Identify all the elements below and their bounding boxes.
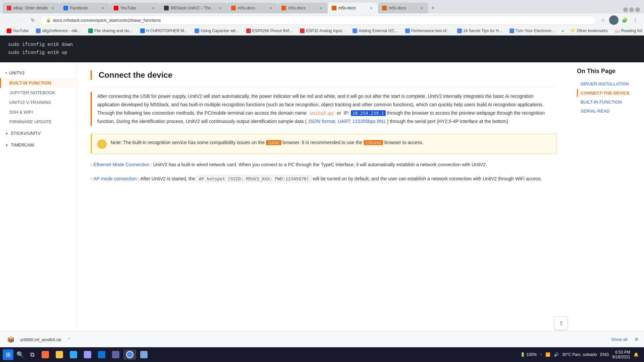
ap-mode-link[interactable]: AP mode connection bbox=[94, 176, 137, 181]
download-file-icon: 📦 bbox=[5, 334, 16, 345]
tab-facebook[interactable]: Facebook ✕ bbox=[59, 3, 110, 13]
right-panel-title: On This Page bbox=[577, 68, 637, 75]
download-close-button[interactable]: ✕ bbox=[634, 336, 639, 343]
bookmark-capacitor[interactable]: Using Capacitor wit... bbox=[192, 28, 241, 34]
note-text: Note: The built-in recognition service h… bbox=[111, 139, 424, 149]
show-all-button[interactable]: Show all bbox=[611, 337, 628, 342]
bookmarks-reading-list[interactable]: 📖 Reading list bbox=[612, 28, 644, 34]
tab-close-ebay[interactable]: ✕ bbox=[50, 5, 55, 11]
tab-m5docs-1[interactable]: m5s-docs ✕ bbox=[227, 3, 277, 13]
tab-close-m5docs3[interactable]: ✕ bbox=[369, 5, 374, 11]
bookmark-label-i2c: Adding External I2C... bbox=[359, 28, 398, 33]
tab-m5docs-4[interactable]: m5s-docs ✕ bbox=[378, 3, 428, 13]
tab-youtube[interactable]: YouTube ✕ bbox=[110, 3, 160, 13]
new-tab-button[interactable]: + bbox=[428, 3, 438, 13]
tab-favicon-ebay bbox=[7, 6, 11, 10]
sidebar-item-built-in-function[interactable]: BUILT-IN FUNCTION bbox=[0, 78, 77, 88]
tab-favicon-m5docs1 bbox=[231, 6, 236, 10]
right-panel-link-serial[interactable]: SERIAL-READ bbox=[577, 107, 637, 115]
menu-button[interactable]: ⋮ bbox=[631, 15, 640, 25]
bookmark-file[interactable]: File sharing and sto... bbox=[86, 28, 136, 34]
ap-connection-item: - AP mode connection : After UnitV2 is s… bbox=[91, 175, 557, 183]
json-format-link[interactable]: JSON format, UART: 115200bps 8N1 bbox=[308, 119, 386, 124]
profile-button[interactable]: 👤 bbox=[609, 15, 619, 25]
tab-close-youtube[interactable]: ✕ bbox=[151, 5, 156, 11]
tab-bar: eBay: Order details ✕ Facebook ✕ YouTube… bbox=[0, 0, 644, 13]
tab-close-facebook[interactable]: ✕ bbox=[100, 5, 106, 11]
download-name-text: sr9900.inf_amd64.rar bbox=[20, 337, 62, 342]
ethernet-mode-link[interactable]: Ethernet Mode Connection bbox=[94, 162, 150, 167]
sidebar-item-firmware[interactable]: FIRMWARE UPDATE bbox=[0, 117, 77, 127]
right-panel: On This Page DRIVER-INSTALLATION CONNECT… bbox=[570, 62, 644, 347]
bookmark-esp32[interactable]: ESP32 Analog Input... bbox=[297, 28, 348, 34]
sidebar-section-header-unitv2[interactable]: ▾ UNITV2 bbox=[0, 68, 77, 78]
right-panel-link-driver[interactable]: DRIVER-INSTALLATION bbox=[577, 80, 637, 88]
right-panel-link-builtin[interactable]: BUILT-IN FUNCTION bbox=[577, 98, 637, 106]
sidebar-item-vtraining[interactable]: UNITV2 V-TRAINING bbox=[0, 98, 77, 107]
code-line-2: sudo ifconfig en10 up bbox=[8, 49, 636, 57]
bookmark-star-button[interactable]: ☆ bbox=[598, 15, 608, 25]
sidebar-item-ssh[interactable]: SSH & WIFI bbox=[0, 107, 77, 117]
sidebar-item-jupyter[interactable]: JUPYTER NOTEBOOK bbox=[0, 88, 77, 98]
bookmark-favicon-file bbox=[88, 28, 93, 33]
bookmarks-other-folder[interactable]: 📁 Other bookmarks bbox=[568, 28, 610, 34]
body-paragraph-1: After connecting the USB for power suppl… bbox=[97, 92, 557, 126]
bookmark-tips[interactable]: 16 Secret Tips for H... bbox=[454, 28, 505, 34]
nav-actions: ☆ 👤 🧩 ⋮ bbox=[598, 15, 640, 25]
bookmark-favicon-tips bbox=[457, 28, 462, 33]
tab-favicon-m5docs3 bbox=[332, 6, 336, 10]
bookmark-i2c[interactable]: Adding External I2C... bbox=[350, 28, 400, 34]
tab-close-m5stack[interactable]: ✕ bbox=[218, 5, 223, 11]
tab-ebay[interactable]: eBay: Order details ✕ bbox=[3, 3, 59, 13]
tab-m5docs-3[interactable]: m5s-docs ✕ bbox=[328, 3, 378, 13]
bookmark-turn[interactable]: Turn Your Electronic... bbox=[507, 28, 558, 34]
bookmark-perf[interactable]: Performance test of... bbox=[402, 28, 452, 34]
tab-favicon-youtube bbox=[114, 6, 118, 10]
title-divider bbox=[91, 86, 557, 87]
section-arrow-stickv: ► bbox=[5, 131, 9, 135]
section-title-container: Connect the device bbox=[91, 70, 557, 80]
download-expand-arrow[interactable]: ⌃ bbox=[67, 337, 70, 342]
tab-close-m5docs4[interactable]: ✕ bbox=[419, 5, 424, 11]
reload-button[interactable]: ↻ bbox=[28, 15, 38, 25]
bookmark-label-file: File sharing and sto... bbox=[94, 28, 133, 33]
extensions-button[interactable]: 🧩 bbox=[620, 15, 629, 25]
content-bordered-block: After connecting the USB for power suppl… bbox=[91, 92, 557, 126]
code-block: sudo ifconfig en10 down sudo ifconfig en… bbox=[0, 36, 644, 62]
tab-title-facebook: Facebook bbox=[70, 6, 98, 10]
bookmark-favicon-youtube bbox=[7, 28, 11, 33]
url-text: docs.m5stack.com/en/quick_start/unitv2/b… bbox=[53, 18, 590, 23]
scroll-top-button[interactable]: ⇧ bbox=[554, 316, 568, 330]
window-maximize[interactable] bbox=[629, 7, 634, 12]
note-icon: ! bbox=[97, 139, 107, 149]
nav-bar: ← → ↻ 🔒 docs.m5stack.com/en/quick_start/… bbox=[0, 13, 644, 27]
back-button[interactable]: ← bbox=[4, 15, 13, 25]
tab-m5docs-2[interactable]: m5s-docs ✕ bbox=[277, 3, 328, 13]
tab-title-m5docs3: m5s-docs bbox=[338, 6, 367, 10]
bookmark-label-tips: 16 Secret Tips for H... bbox=[463, 28, 502, 33]
tab-close-m5docs1[interactable]: ✕ bbox=[268, 5, 273, 11]
right-panel-link-connect[interactable]: CONNECT-THE-DEVICE bbox=[577, 89, 637, 97]
tab-close-m5docs2[interactable]: ✕ bbox=[318, 5, 324, 11]
bookmark-christopher[interactable]: H CHRISTOPHER M... bbox=[138, 28, 190, 34]
bookmark-esp8266[interactable]: ESP8266 Pinout Ref... bbox=[244, 28, 295, 34]
sidebar-section-header-timercam[interactable]: ► TIMERCAM bbox=[0, 140, 77, 150]
tab-m5stack[interactable]: M5Stack UnitV2 – The sta... ✕ bbox=[160, 3, 227, 13]
bookmark-u8g2[interactable]: u8g2reference - olik... bbox=[33, 28, 84, 34]
address-bar[interactable]: 🔒 docs.m5stack.com/en/quick_start/unitv2… bbox=[40, 16, 596, 25]
bookmark-youtube[interactable]: YouTube bbox=[4, 28, 31, 34]
sidebar-section-title-unitv2: UNITV2 bbox=[9, 70, 24, 75]
bookmark-favicon-u8g2 bbox=[36, 28, 41, 33]
bookmark-favicon-i2c bbox=[353, 28, 357, 33]
forward-button[interactable]: → bbox=[16, 15, 25, 25]
bookmark-label-turn: Turn Your Electronic... bbox=[516, 28, 555, 33]
sidebar-section-header-stickv[interactable]: ► STICKV/UNITV bbox=[0, 128, 77, 138]
bookmarks-more-button[interactable]: » bbox=[559, 28, 566, 34]
window-close[interactable] bbox=[635, 7, 640, 12]
bookmark-label-u8g2: u8g2reference - olik... bbox=[42, 28, 81, 33]
tab-title-m5stack: M5Stack UnitV2 – The sta... bbox=[171, 6, 216, 10]
window-minimize[interactable] bbox=[623, 7, 628, 12]
tab-title-m5docs4: m5s-docs bbox=[389, 6, 417, 10]
bookmark-label-esp8266: ESP8266 Pinout Ref... bbox=[252, 28, 292, 33]
bookmark-favicon-esp32 bbox=[300, 28, 305, 33]
